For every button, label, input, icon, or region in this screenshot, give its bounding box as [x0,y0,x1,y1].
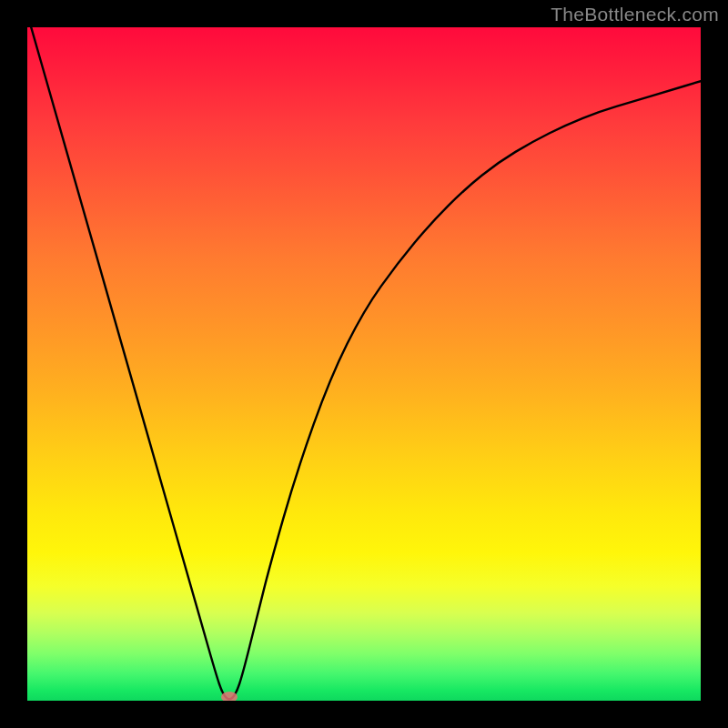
chart-frame: TheBottleneck.com [0,0,728,728]
curve-path [27,27,701,699]
bottleneck-curve [27,27,701,701]
plot-area [27,27,701,701]
watermark-text: TheBottleneck.com [551,4,719,25]
